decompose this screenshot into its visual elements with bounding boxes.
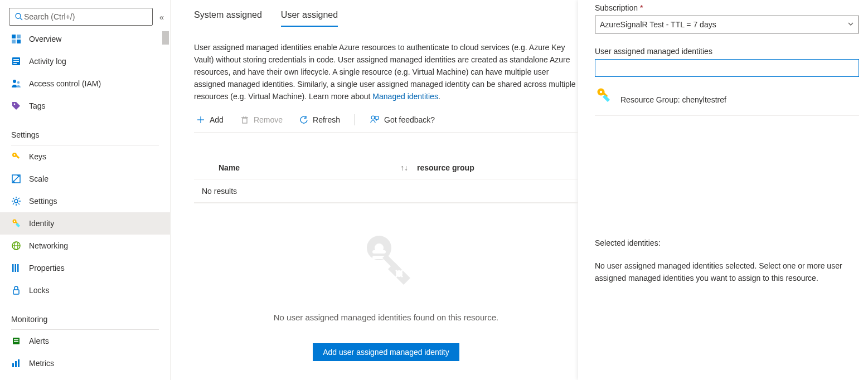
learn-more-link[interactable]: Managed identities: [372, 92, 438, 101]
empty-state: No user assigned managed identities foun…: [194, 230, 578, 361]
plus-icon: [196, 115, 205, 124]
collapse-sidebar-button[interactable]: «: [159, 12, 161, 22]
feedback-button[interactable]: Got feedback?: [367, 111, 437, 129]
sidebar-section-settings: Settings: [0, 117, 170, 143]
sidebar: « Overview Activity log Access control (…: [0, 0, 171, 380]
no-selected-message: No user assigned managed identities sele…: [595, 260, 859, 284]
remove-label: Remove: [254, 115, 283, 124]
sidebar-item-keys[interactable]: Keys: [0, 145, 170, 168]
settings-icon: [11, 196, 21, 206]
result-rg-prefix: Resource Group:: [620, 95, 682, 104]
metrics-icon: [11, 358, 21, 368]
svg-rect-37: [14, 339, 18, 340]
svg-point-17: [14, 199, 18, 203]
svg-rect-15: [16, 155, 20, 159]
svg-line-23: [18, 203, 20, 204]
svg-rect-8: [13, 61, 19, 62]
svg-point-58: [600, 91, 602, 93]
sidebar-item-label: Access control (IAM): [29, 79, 101, 88]
toolbar-separator: [355, 114, 355, 125]
sidebar-item-label: Identity: [29, 219, 54, 228]
refresh-button[interactable]: Refresh: [297, 111, 342, 129]
description-period: .: [438, 92, 440, 101]
properties-icon: [11, 263, 21, 273]
uami-field: User assigned managed identities Resourc…: [595, 47, 859, 116]
networking-icon: [11, 241, 21, 251]
locks-icon: [11, 285, 21, 295]
subscription-value: AzureSignalR Test - TTL = 7 days: [600, 20, 716, 29]
sidebar-item-label: Settings: [29, 197, 57, 206]
sidebar-item-overview[interactable]: Overview: [0, 28, 170, 50]
column-header-resource-group[interactable]: resource group: [417, 163, 578, 172]
svg-rect-4: [12, 40, 16, 43]
sidebar-item-metrics[interactable]: Metrics: [0, 352, 170, 374]
add-label: Add: [210, 115, 224, 124]
sidebar-scrollbar[interactable]: [161, 31, 170, 380]
search-wrap: «: [0, 8, 170, 28]
svg-point-11: [17, 81, 20, 84]
result-label: Resource Group: chenyltestref: [620, 89, 726, 104]
svg-rect-51: [372, 250, 386, 254]
uami-search-input[interactable]: [595, 59, 859, 77]
svg-rect-38: [14, 341, 18, 342]
sidebar-item-label: Properties: [29, 264, 65, 272]
tags-icon: [11, 101, 21, 111]
svg-rect-9: [13, 63, 17, 64]
chevron-down-icon: [847, 20, 854, 29]
sidebar-item-tags[interactable]: Tags: [0, 95, 170, 117]
sidebar-item-networking[interactable]: Networking: [0, 235, 170, 257]
trash-icon: [240, 115, 249, 124]
table-header: Name ↑↓ resource group: [194, 156, 578, 179]
feedback-label: Got feedback?: [384, 115, 435, 124]
subscription-label-text: Subscription: [595, 3, 638, 12]
svg-point-0: [16, 13, 21, 18]
remove-button: Remove: [238, 111, 285, 129]
tab-user-assigned[interactable]: User assigned: [281, 10, 338, 27]
overview-icon: [11, 34, 21, 44]
uami-result-item[interactable]: Resource Group: chenyltestref: [595, 87, 859, 116]
feedback-icon: [370, 115, 380, 125]
selected-identities-title: Selected identities:: [595, 238, 859, 247]
svg-point-14: [14, 154, 16, 156]
svg-rect-44: [243, 118, 247, 123]
svg-point-48: [371, 116, 375, 119]
svg-line-25: [18, 198, 20, 199]
sidebar-item-label: Scale: [29, 174, 49, 183]
search-icon: [14, 12, 24, 22]
search-box[interactable]: [9, 8, 153, 26]
keys-icon: [11, 152, 21, 162]
sidebar-item-label: Networking: [29, 241, 68, 250]
sidebar-item-activity-log[interactable]: Activity log: [0, 50, 170, 72]
tab-system-assigned[interactable]: System assigned: [194, 10, 262, 27]
sidebar-item-access-control[interactable]: Access control (IAM): [0, 72, 170, 95]
sidebar-item-settings[interactable]: Settings: [0, 190, 170, 212]
sidebar-item-label: Metrics: [29, 359, 54, 368]
search-input[interactable]: [24, 12, 148, 21]
sidebar-item-scale[interactable]: Scale: [0, 168, 170, 190]
add-user-assigned-button[interactable]: Add user assigned managed identity: [313, 343, 459, 361]
svg-rect-34: [17, 264, 19, 272]
sidebar-section-monitoring: Monitoring: [0, 301, 170, 327]
identities-table: Name ↑↓ resource group No results: [194, 156, 578, 203]
column-header-name[interactable]: Name: [194, 163, 400, 172]
subscription-dropdown[interactable]: AzureSignalR Test - TTL = 7 days: [595, 16, 859, 33]
add-identity-panel: Subscription * AzureSignalR Test - TTL =…: [578, 0, 868, 380]
svg-rect-2: [12, 35, 16, 38]
sidebar-item-locks[interactable]: Locks: [0, 279, 170, 301]
sidebar-item-label: Alerts: [29, 337, 49, 345]
sort-icon[interactable]: ↑↓: [400, 163, 417, 172]
sidebar-item-properties[interactable]: Properties: [0, 257, 170, 279]
sidebar-item-alerts[interactable]: Alerts: [0, 330, 170, 352]
table-row: No results: [194, 179, 578, 203]
add-button[interactable]: Add: [194, 111, 226, 129]
description: User assigned managed identities enable …: [194, 41, 578, 103]
alerts-icon: [11, 336, 21, 346]
access-control-icon: [11, 79, 21, 89]
sidebar-item-label: Locks: [29, 286, 50, 295]
sidebar-item-label: Overview: [29, 35, 61, 43]
sidebar-item-label: Activity log: [29, 57, 66, 66]
svg-line-22: [13, 198, 14, 199]
no-results-cell: No results: [194, 187, 237, 196]
sidebar-item-identity[interactable]: Identity: [0, 212, 170, 235]
svg-point-27: [14, 221, 15, 222]
